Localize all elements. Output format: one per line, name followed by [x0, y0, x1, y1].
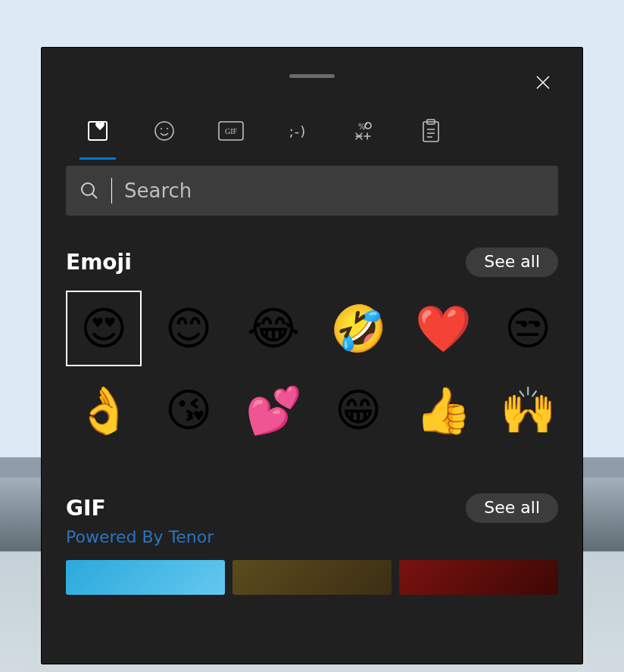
- emoji-face-blowing-kiss[interactable]: 😘: [151, 372, 226, 448]
- gif-section-header: GIF See all: [66, 493, 558, 523]
- emoji-raising-hands[interactable]: 🙌: [490, 372, 566, 448]
- emoji-two-hearts[interactable]: 💕: [236, 372, 311, 448]
- emoji-grid: 😍 😊 😂 🤣 ❤️ 😒 👌 😘 💕 😁 👍 🙌: [66, 291, 558, 448]
- tab-favorites[interactable]: [81, 114, 114, 148]
- gif-thumbnail[interactable]: [232, 560, 392, 595]
- svg-rect-7: [423, 122, 438, 142]
- emoji-icon: [153, 120, 176, 142]
- gif-section-title: GIF: [66, 496, 106, 521]
- kaomoji-icon: ;-): [289, 123, 307, 139]
- emoji-rolling-on-floor-laughing[interactable]: 🤣: [320, 291, 396, 366]
- emoji-section-title: Emoji: [66, 250, 132, 275]
- svg-text:GIF: GIF: [225, 127, 238, 135]
- drag-handle[interactable]: [289, 74, 335, 78]
- search-field[interactable]: [66, 166, 558, 216]
- category-tabs: GIF ;-) %: [66, 104, 558, 158]
- tab-kaomoji[interactable]: ;-): [281, 114, 314, 148]
- symbols-icon: %: [353, 120, 376, 142]
- emoji-red-heart[interactable]: ❤️: [405, 291, 481, 366]
- gif-thumbnail[interactable]: [399, 560, 558, 595]
- search-input[interactable]: [124, 179, 544, 202]
- gif-attribution: Powered By Tenor: [66, 527, 558, 546]
- search-icon: [80, 181, 99, 201]
- close-button[interactable]: [531, 70, 555, 95]
- close-icon: [534, 73, 552, 92]
- tab-emoji[interactable]: [148, 114, 181, 148]
- clipboard-icon: [421, 119, 441, 143]
- svg-point-1: [155, 122, 173, 140]
- emoji-beaming-face[interactable]: 😁: [320, 372, 396, 448]
- tab-symbols[interactable]: %: [348, 114, 381, 148]
- gif-icon: GIF: [218, 121, 244, 141]
- tab-clipboard[interactable]: [414, 114, 448, 148]
- gif-thumbnail[interactable]: [66, 560, 225, 595]
- favorites-icon: [85, 118, 111, 144]
- emoji-ok-hand[interactable]: 👌: [66, 372, 142, 448]
- emoji-picker-panel: GIF ;-) % Emoji: [41, 47, 583, 664]
- text-cursor: [111, 178, 112, 204]
- svg-point-3: [167, 128, 168, 129]
- emoji-unamused-face[interactable]: 😒: [490, 291, 566, 366]
- titlebar: [66, 48, 558, 104]
- tab-gif[interactable]: GIF: [214, 114, 248, 148]
- svg-point-2: [161, 128, 162, 129]
- gif-row: [66, 560, 558, 595]
- emoji-thumbs-up[interactable]: 👍: [405, 372, 481, 448]
- svg-point-9: [82, 183, 94, 195]
- gif-see-all-button[interactable]: See all: [466, 493, 558, 523]
- emoji-face-tears-of-joy[interactable]: 😂: [236, 291, 311, 366]
- emoji-see-all-button[interactable]: See all: [466, 247, 558, 277]
- emoji-smiling-face-heart-eyes[interactable]: 😍: [66, 291, 142, 366]
- emoji-smiling-face-blush[interactable]: 😊: [151, 291, 226, 366]
- emoji-section-header: Emoji See all: [66, 247, 558, 277]
- svg-text:%: %: [358, 123, 366, 131]
